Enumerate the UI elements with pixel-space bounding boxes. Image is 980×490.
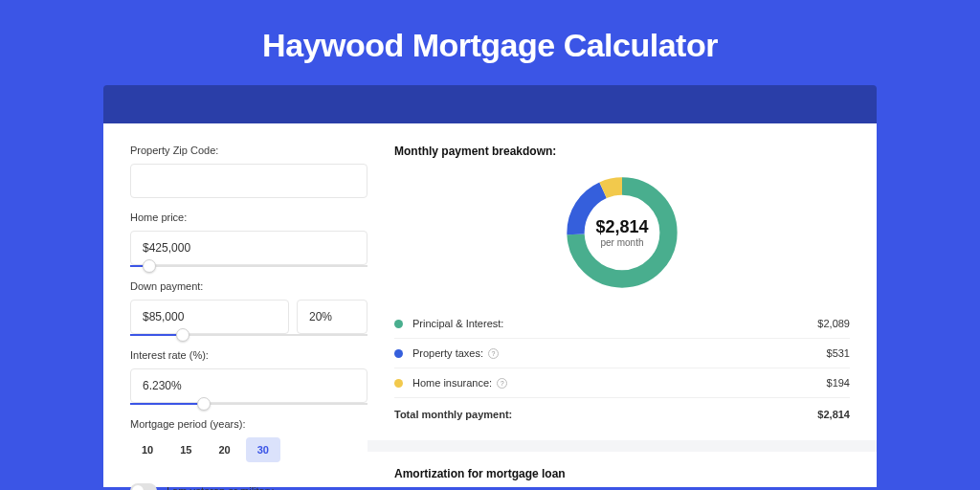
breakdown-column: Monthly payment breakdown: $2,814 per mo… xyxy=(394,145,850,487)
zip-label: Property Zip Code: xyxy=(130,145,368,156)
legend-value-principal: $2,089 xyxy=(817,318,850,329)
legend-dot-taxes xyxy=(394,349,403,358)
donut-amount: $2,814 xyxy=(595,217,648,237)
donut-chart: $2,814 per month xyxy=(561,171,683,294)
interest-field-group: Interest rate (%): xyxy=(130,349,368,405)
interest-label: Interest rate (%): xyxy=(130,349,368,361)
home-price-slider-thumb[interactable] xyxy=(143,259,156,273)
legend-value-taxes: $531 xyxy=(827,347,850,359)
interest-slider[interactable] xyxy=(130,403,368,405)
header-bar xyxy=(103,85,877,123)
legend-row-taxes: Property taxes: ? $531 xyxy=(394,339,850,368)
period-label: Mortgage period (years): xyxy=(130,418,368,430)
period-option-15[interactable]: 15 xyxy=(168,437,203,462)
legend-value-insurance: $194 xyxy=(827,377,850,389)
period-option-20[interactable]: 20 xyxy=(208,437,242,462)
breakdown-title: Monthly payment breakdown: xyxy=(394,145,850,158)
amortization-title: Amortization for mortgage loan xyxy=(394,467,850,480)
veteran-toggle[interactable] xyxy=(130,483,157,490)
donut-chart-wrap: $2,814 per month xyxy=(394,171,850,294)
down-payment-pct-input[interactable] xyxy=(297,300,368,334)
period-options: 10 15 20 30 xyxy=(130,437,368,462)
veteran-label: I am veteran or military xyxy=(167,485,274,490)
legend-dot-insurance xyxy=(394,379,403,388)
down-payment-label: Down payment: xyxy=(130,280,368,292)
zip-input[interactable] xyxy=(130,164,368,198)
legend-row-total: Total monthly payment: $2,814 xyxy=(394,398,850,429)
interest-slider-thumb[interactable] xyxy=(197,397,211,411)
donut-sub: per month xyxy=(600,237,643,248)
home-price-input[interactable] xyxy=(130,231,368,265)
legend-label-taxes: Property taxes: ? xyxy=(412,347,827,359)
legend-text-insurance: Home insurance: xyxy=(412,377,492,389)
legend-row-principal: Principal & Interest: $2,089 xyxy=(394,309,850,339)
home-price-label: Home price: xyxy=(130,212,368,223)
page-title: Haywood Mortgage Calculator xyxy=(0,0,980,85)
zip-field-group: Property Zip Code: xyxy=(130,145,368,198)
legend-label-principal: Principal & Interest: xyxy=(412,318,817,329)
amortization-section: Amortization for mortgage loan Amortizat… xyxy=(368,440,877,490)
interest-input[interactable] xyxy=(130,368,368,403)
calculator-panel: Property Zip Code: Home price: Down paym… xyxy=(103,123,877,487)
input-column: Property Zip Code: Home price: Down paym… xyxy=(130,145,368,487)
home-price-field-group: Home price: xyxy=(130,212,368,267)
legend-dot-principal xyxy=(394,320,403,328)
period-field-group: Mortgage period (years): 10 15 20 30 xyxy=(130,418,368,462)
info-icon[interactable]: ? xyxy=(497,378,507,389)
down-payment-field-group: Down payment: xyxy=(130,280,368,336)
info-icon[interactable]: ? xyxy=(488,348,499,359)
down-payment-slider[interactable] xyxy=(130,334,368,336)
legend-label-total: Total monthly payment: xyxy=(394,409,817,420)
veteran-toggle-knob xyxy=(132,485,144,490)
down-payment-slider-thumb[interactable] xyxy=(176,328,189,342)
legend-value-total: $2,814 xyxy=(817,409,850,420)
down-payment-input[interactable] xyxy=(130,300,289,334)
veteran-toggle-row: I am veteran or military xyxy=(130,483,368,490)
home-price-slider[interactable] xyxy=(130,265,368,267)
legend-label-insurance: Home insurance: ? xyxy=(412,377,827,389)
period-option-10[interactable]: 10 xyxy=(130,437,165,462)
legend-row-insurance: Home insurance: ? $194 xyxy=(394,368,850,398)
legend-text-taxes: Property taxes: xyxy=(412,347,483,359)
donut-center: $2,814 per month xyxy=(561,171,683,294)
period-option-30[interactable]: 30 xyxy=(246,437,280,462)
